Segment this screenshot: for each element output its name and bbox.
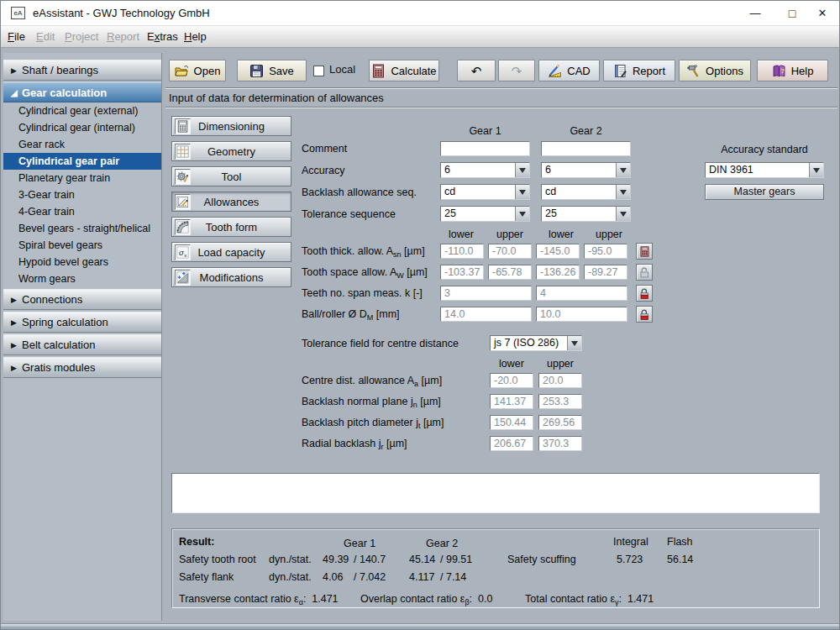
dropdown-arrow-icon[interactable] (809, 163, 823, 177)
save-floppy-icon (249, 64, 264, 78)
sidebar-item-hypoid-bevel-gears[interactable]: Hypoid bevel gears (3, 254, 161, 270)
sidebar-item-planetary-gear-train[interactable]: Planetary gear train (3, 170, 161, 186)
geometry-button[interactable]: Geometry (171, 141, 291, 161)
allowances-button[interactable]: Allowances (171, 192, 291, 212)
status-text: Input of data for determination of allow… (169, 92, 384, 104)
modifications-diagram-icon (175, 270, 191, 286)
result-title: Result: (179, 536, 214, 548)
tooth-thick-g1-lower-input[interactable]: -110.0 (440, 244, 484, 259)
save-button[interactable]: Save (237, 60, 307, 81)
close-button[interactable]: ✕ (804, 1, 840, 26)
backlash-seq-gear2-select[interactable]: cd (541, 184, 631, 200)
dropdown-arrow-icon[interactable] (567, 336, 581, 350)
sidebar-item-gear-rack[interactable]: Gear rack (3, 136, 161, 153)
teeth-span-lock-button[interactable] (636, 285, 653, 302)
load-capacity-button[interactable]: σ x Load capacity (171, 242, 291, 262)
title-bar: eA eAssistant - GWJ Technology GmbH — □ … (1, 1, 839, 26)
sidebar-section-gratis-modules[interactable]: ▶ Gratis modules (3, 357, 161, 378)
tooth-thick-g2-upper-input[interactable]: -95.0 (584, 244, 627, 259)
menu-extras[interactable]: Extras (147, 26, 178, 47)
accuracy-standard-select[interactable]: DIN 3961 (705, 162, 824, 178)
backlash-normal-lower-input[interactable]: 141.37 (490, 394, 533, 409)
tooth-thick-calc-button[interactable] (636, 243, 653, 260)
ball-roller-gear1-input[interactable]: 14.0 (440, 307, 532, 322)
radial-backlash-upper-input[interactable]: 370.3 (538, 436, 582, 451)
tool-button[interactable]: Tool (171, 166, 291, 186)
centre-dist-lower-input[interactable]: -20.0 (490, 373, 533, 388)
menu-project[interactable]: Project (65, 26, 98, 47)
teeth-span-gear1-input[interactable]: 3 (440, 286, 532, 301)
ball-roller-lock-button[interactable] (636, 306, 653, 323)
dropdown-arrow-icon[interactable] (515, 207, 529, 221)
backlash-pitch-upper-input[interactable]: 269.56 (538, 415, 582, 430)
tolerance-seq-gear2-select[interactable]: 25 (541, 206, 631, 222)
backlash-seq-gear1-select[interactable]: cd (440, 184, 530, 200)
safety-tooth-root-g1-stat: / 140.7 (354, 554, 386, 565)
sidebar-section-shaft-bearings[interactable]: ▶ Shaft / bearings (3, 60, 161, 81)
comment-gear1-input[interactable] (440, 141, 530, 156)
teeth-span-gear2-input[interactable]: 4 (536, 286, 627, 301)
sidebar-item-worm-gears[interactable]: Worm gears (3, 270, 161, 287)
backlash-normal-upper-input[interactable]: 253.3 (538, 394, 582, 409)
master-gears-button[interactable]: Master gears (705, 184, 824, 200)
comment-gear2-input[interactable] (541, 141, 631, 156)
tooth-thick-g2-lower-input[interactable]: -145.0 (536, 244, 580, 259)
total-contact-ratio: Total contact ratio εγ: 1.471 (525, 593, 654, 605)
menu-bar: File Edit Project Report Extras Help (1, 26, 839, 48)
sidebar-section-connections[interactable]: ▶ Connections (3, 289, 161, 310)
sidebar-item-4-gear-train[interactable]: 4-Gear train (3, 203, 161, 220)
tooth-space-g2-upper-input[interactable]: -89.27 (584, 265, 627, 280)
lock-closed-red-icon (638, 287, 650, 299)
backlash-pitch-lower-input[interactable]: 150.44 (490, 415, 533, 430)
options-button[interactable]: Options (679, 60, 751, 81)
calculate-button[interactable]: Calculate (369, 60, 439, 81)
sidebar-item-spiral-bevel-gears[interactable]: Spiral bevel gears (3, 237, 161, 254)
undo-button[interactable]: ↶ (457, 60, 496, 81)
sidebar-item-cylindrical-gear-internal[interactable]: Cylindrical gear (internal) (3, 119, 161, 136)
centre-tolerance-field-select[interactable]: js 7 (ISO 286) (490, 335, 582, 351)
sidebar-item-bevel-gears[interactable]: Bevel gears - straight/helical (3, 220, 161, 237)
tooth-space-lock-button[interactable] (636, 264, 653, 281)
accuracy-gear1-select[interactable]: 6 (440, 162, 530, 178)
minimize-button[interactable]: — (737, 1, 774, 26)
dropdown-arrow-icon[interactable] (616, 207, 630, 221)
dropdown-arrow-icon[interactable] (515, 163, 529, 177)
ball-roller-gear2-input[interactable]: 10.0 (536, 307, 627, 322)
tooth-space-g1-lower-input[interactable]: -103.37 (440, 265, 484, 280)
tooth-space-g2-lower-input[interactable]: -136.26 (536, 265, 580, 280)
sidebar-section-gear-calculation[interactable]: ◢ Gear calculation (3, 82, 161, 102)
sidebar-item-cylindrical-gear-external[interactable]: Cylindrical gear (external) (3, 102, 161, 119)
tolerance-seq-gear1-select[interactable]: 25 (440, 206, 530, 222)
tooth-space-allowance-label: Tooth space allow. AW [µm] (302, 266, 428, 278)
tooth-form-button[interactable]: Tooth form (171, 217, 291, 237)
load-capacity-label: Load capacity (197, 246, 265, 259)
cad-button[interactable]: CAD (538, 60, 600, 81)
tooth-thick-g1-upper-input[interactable]: -70.0 (488, 244, 532, 259)
sidebar-item-3-gear-train[interactable]: 3-Gear train (3, 186, 161, 203)
menu-report[interactable]: Report (107, 26, 139, 47)
dropdown-arrow-icon[interactable] (616, 185, 630, 199)
menu-file[interactable]: File (8, 26, 25, 47)
menu-help[interactable]: Help (184, 26, 207, 47)
tooth-space-g1-upper-input[interactable]: -65.78 (488, 265, 532, 280)
accuracy-gear2-select[interactable]: 6 (541, 162, 631, 178)
app-window: eA eAssistant - GWJ Technology GmbH — □ … (0, 0, 840, 630)
sidebar-section-belt-calculation[interactable]: ▶ Belt calculation (3, 334, 161, 355)
redo-button[interactable]: ↷ (498, 60, 535, 81)
tooth-form-gear-profile-icon (175, 219, 191, 235)
menu-edit[interactable]: Edit (36, 26, 55, 47)
help-button[interactable]: ? Help (757, 60, 828, 81)
radial-backlash-lower-input[interactable]: 206.67 (490, 436, 533, 451)
modifications-button[interactable]: Modifications (171, 267, 291, 287)
dropdown-arrow-icon[interactable] (515, 185, 529, 199)
sidebar-section-spring-calculation[interactable]: ▶ Spring calculation (3, 312, 161, 333)
sidebar-item-cylindrical-gear-pair[interactable]: Cylindrical gear pair (3, 153, 161, 170)
report-button[interactable]: Report (603, 60, 675, 81)
gear2-column-header: Gear 2 (541, 125, 631, 137)
centre-dist-upper-input[interactable]: 20.0 (538, 373, 582, 388)
dropdown-arrow-icon[interactable] (616, 163, 630, 177)
open-button[interactable]: Open (169, 60, 226, 81)
dimensioning-button[interactable]: Dimensioning (171, 116, 291, 136)
tooth-thickness-allowance-label: Tooth thick. allow. Asn [µm] (302, 245, 425, 257)
local-checkbox[interactable] (313, 66, 324, 76)
